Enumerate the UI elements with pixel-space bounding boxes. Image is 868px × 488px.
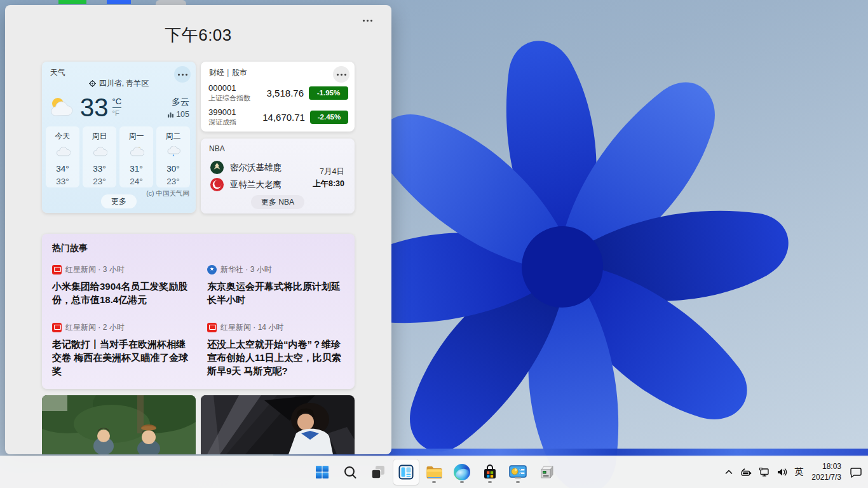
forecast-day-monday[interactable]: 周一 31° 24° [119,126,153,187]
panel-menu-button[interactable] [358,14,376,27]
rain-icon [166,146,181,157]
task-view-icon [370,464,386,480]
tray-overflow-button[interactable] [721,459,737,485]
story-photo-2[interactable] [201,395,355,454]
weather-widget: 天气 四川省, 青羊区 33 °C °F [42,62,196,213]
running-indicator [460,481,464,483]
hongxing-news-logo-icon [52,265,62,274]
story-headline: 东京奥运会开幕式将比原计划延长半小时 [207,280,349,307]
nba-team-bucks[interactable]: 密尔沃基雄鹿 [210,160,281,175]
story-item[interactable]: 红星新闻 · 3 小时 小米集团给3904名员工发奖励股份，总市值18.4亿港元 [52,264,194,307]
search-button[interactable] [337,459,363,485]
current-temperature: 33 [80,95,109,120]
story-meta: 新华社 · 3 小时 [220,264,272,275]
taskbar: 英 18:03 2021/7/3 [0,456,868,488]
cloudy-icon [92,146,107,157]
partly-cloudy-icon [48,95,78,119]
store-button[interactable] [477,459,503,485]
location-icon [89,80,96,87]
widgets-button[interactable] [393,459,419,485]
forecast-day-today[interactable]: 今天 34° 33° [46,126,79,187]
aqi-value: 105 [176,110,189,119]
nba-widget: NBA 密尔沃基雄鹿 亚特兰大老鹰 7月4日 上午8:30 [201,139,355,214]
performance-app-button[interactable] [505,459,531,485]
ellipsis-icon [337,74,346,76]
stock-name: 深证成指 [208,118,262,127]
photo-girl-car [201,395,355,454]
nba-game-time: 7月4日 上午8:30 [313,166,344,189]
finance-title: 财经｜股市 [209,67,247,78]
stock-value: 14,670.71 [262,112,310,123]
nba-game-hour: 上午8:30 [313,179,344,189]
nba-team-hawks[interactable]: 亚特兰大老鹰 [210,177,281,192]
weather-more-button[interactable]: 更多 [101,194,137,208]
system-tray: 英 18:03 2021/7/3 [721,456,865,488]
running-indicator [516,481,520,483]
weather-copyright: (c) 中国天气网 [146,189,189,198]
stock-change-badge: -2.45% [310,111,348,124]
volume-button[interactable] [773,459,791,485]
start-button[interactable] [309,459,335,485]
story-headline: 还没上太空就开始“内卷”？维珍宣布创始人11日上太空，比贝索斯早9天 马斯克呢? [207,337,349,378]
notification-icon [850,466,862,478]
hongxing-news-logo-icon [207,323,217,332]
task-view-button[interactable] [365,459,391,485]
nba-more-button[interactable]: 更多 NBA [251,195,304,209]
taskbar-clock[interactable]: 18:03 2021/7/3 [806,461,846,483]
forecast-day-sunday[interactable]: 周日 33° 23° [83,126,116,187]
story-headline: 老记散打丨当对手在欧洲杯相继交卷 梅西在美洲杯又瞄准了金球奖 [52,337,194,378]
story-meta: 红星新闻 · 3 小时 [65,264,125,275]
widgets-panel: 下午6:03 天气 四川省, 青羊区 [5,5,391,454]
xinhua-news-logo-icon [207,265,217,274]
weather-current: 33 °C °F 多云 105 [48,91,189,124]
notification-center-button[interactable] [846,459,865,485]
finance-widget: 财经｜股市 000001 上证综合指数 3,518.76 -1.95% 3990… [201,62,355,132]
widgets-clock: 下午6:03 [5,24,391,46]
ime-indicator[interactable]: 英 [791,459,806,485]
clock-date: 2021/7/3 [811,472,841,483]
nba-title: NBA [209,144,225,153]
weather-condition: 多云 [172,97,189,107]
legacy-setup-icon [538,464,554,480]
legacy-app-button[interactable] [533,459,559,485]
weather-forecast: 今天 34° 33° 周日 33° 23° 周一 [46,126,190,187]
partly-sunny-icon [129,146,144,157]
aqi-icon [167,111,174,118]
desktop: 下午6:03 天气 四川省, 青羊区 [0,0,868,488]
network-button[interactable] [756,459,773,485]
unit-fahrenheit-toggle[interactable]: °F [112,108,122,117]
running-indicator [488,481,492,483]
windows-start-icon [315,464,330,480]
performance-app-icon [509,465,527,479]
story-item[interactable]: 红星新闻 · 14 小时 还没上太空就开始“内卷”？维珍宣布创始人11日上太空，… [207,322,349,378]
weather-location-row[interactable]: 四川省, 青羊区 [42,78,196,89]
volume-icon [776,467,788,477]
weather-title: 天气 [50,67,65,78]
hongxing-news-logo-icon [52,323,62,332]
store-icon [482,464,498,480]
forecast-day-tuesday[interactable]: 周二 30° 23° [156,126,190,187]
widgets-icon [398,464,414,480]
file-explorer-button[interactable] [421,459,447,485]
stories-title: 热门故事 [52,243,344,254]
top-stories-widget: 热门故事 红星新闻 · 3 小时 小米集团给3904名员工发奖励股份，总市值18… [42,234,355,389]
unit-celsius-toggle[interactable]: °C [112,97,122,108]
battery-button[interactable] [737,459,756,485]
story-item[interactable]: 新华社 · 3 小时 东京奥运会开幕式将比原计划延长半小时 [207,264,349,307]
stock-row-sse[interactable]: 000001 上证综合指数 3,518.76 -1.95% [208,81,348,105]
story-headline: 小米集团给3904名员工发奖励股份，总市值18.4亿港元 [52,280,194,307]
search-icon [342,464,358,480]
story-photo-1[interactable] [42,395,196,454]
hawks-logo-icon [210,177,224,192]
weather-location: 四川省, 青羊区 [99,78,149,89]
story-meta: 红星新闻 · 14 小时 [220,322,283,333]
edge-button[interactable] [449,459,475,485]
story-item[interactable]: 红星新闻 · 2 小时 老记散打丨当对手在欧洲杯相继交卷 梅西在美洲杯又瞄准了金… [52,322,194,378]
running-indicator [432,481,436,483]
stock-row-szse[interactable]: 399001 深证成指 14,670.71 -2.45% [208,105,348,129]
background-window-blue [107,0,131,4]
taskbar-center-icons [309,456,559,488]
stock-value: 3,518.76 [264,88,309,98]
clock-time: 18:03 [811,461,841,472]
ellipsis-icon [178,74,187,76]
